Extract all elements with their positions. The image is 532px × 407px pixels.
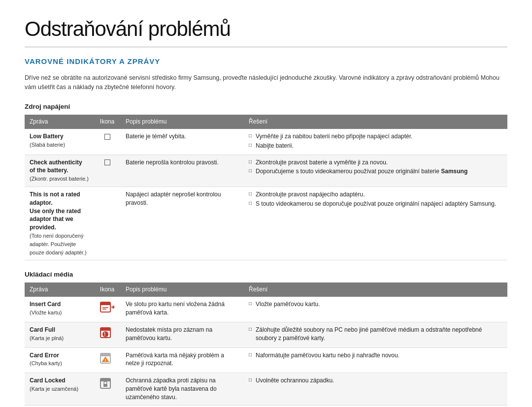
list-item: Naformátujte paměťovou kartu nebo ji nah… xyxy=(249,351,502,360)
table-row: Card Full (Karta je plná) ! Nedostatek m… xyxy=(25,322,507,347)
svg-rect-7 xyxy=(100,328,110,331)
section-title: VAROVNÉ INDIKÁTORY A ZPRÁVY xyxy=(25,56,507,66)
table-row: Check authenticity of the battery. (Zkon… xyxy=(25,155,507,187)
ikona-cell xyxy=(94,155,121,187)
ikona-cell xyxy=(94,129,121,155)
card-full-icon: ! xyxy=(100,326,115,344)
reseni-cell: Zkontrolujte pravost baterie a vyměňte j… xyxy=(244,155,507,187)
power-header-reseni: Řešení xyxy=(244,115,507,129)
storage-header-popis: Popis problému xyxy=(121,282,244,297)
svg-rect-16 xyxy=(103,384,107,387)
zprava-sub: (Karta je plná) xyxy=(30,335,64,341)
popis-cell: Ve slotu pro kartu není vložena žádná pa… xyxy=(121,297,244,322)
storage-header-zprava: Zpráva xyxy=(25,282,94,297)
popis-cell: Baterie neprošla kontrolou pravosti. xyxy=(121,155,244,187)
zprava-main: Low Battery xyxy=(30,133,64,140)
storage-table: Zpráva Ikona Popis problému Řešení Inser… xyxy=(25,282,507,406)
zprava-sub: (Chyba karty) xyxy=(30,360,62,366)
svg-marker-3 xyxy=(113,305,115,309)
popis-cell: Nedostatek místa pro záznam na paměťovou… xyxy=(121,322,244,347)
table-row: Low Battery (Slabá baterie) Baterie je t… xyxy=(25,129,507,155)
svg-text:!: ! xyxy=(104,332,105,337)
ikona-cell: ! xyxy=(94,347,121,373)
zprava-cell: This is not a rated adaptor.Use only the… xyxy=(25,187,94,260)
title-divider xyxy=(25,47,507,47)
ikona-cell xyxy=(94,297,121,322)
zprava-cell: Insert Card (Vložte kartu) xyxy=(25,297,94,322)
zprava-cell: Card Error (Chyba karty) xyxy=(25,347,94,373)
power-header-zprava: Zpráva xyxy=(25,115,94,129)
reseni-cell: Naformátujte paměťovou kartu nebo ji nah… xyxy=(244,347,507,373)
zprava-main: Card Locked xyxy=(30,377,66,384)
zprava-main: This is not a rated adaptor.Use only the… xyxy=(30,191,81,231)
list-item: Vložte paměťovou kartu. xyxy=(249,300,502,309)
zprava-cell: Card Full (Karta je plná) xyxy=(25,322,94,347)
list-item: Nabijte baterii. xyxy=(249,142,502,150)
svg-rect-15 xyxy=(100,378,110,381)
ikona-cell: ! xyxy=(94,322,121,347)
list-item: Zkontrolujte pravost baterie a vyměňte j… xyxy=(249,158,502,167)
list-item: Doporučujeme s touto videokamerou použív… xyxy=(249,167,502,176)
zprava-sub: (Slabá baterie) xyxy=(30,142,65,148)
zprava-main: Card Full xyxy=(30,326,55,333)
list-item: Zkontrolujte pravost napájecího adaptéru… xyxy=(249,190,502,199)
reseni-cell: Vyměňte ji za nabitou baterii nebo připo… xyxy=(244,129,507,155)
list-item: Zálohujte důležité soubory na PC nebo ji… xyxy=(249,326,502,343)
card-error-icon: ! xyxy=(100,351,115,370)
zprava-cell: Check authenticity of the battery. (Zkon… xyxy=(25,155,94,187)
insert-card-icon xyxy=(100,300,115,318)
power-header-ikona: Ikona xyxy=(94,115,121,129)
power-section-title: Zdroj napájení xyxy=(25,102,507,112)
reseni-cell: Zálohujte důležité soubory na PC nebo ji… xyxy=(244,322,507,347)
reseni-cell: Uvolněte ochrannou západku. xyxy=(244,373,507,405)
zprava-main: Insert Card xyxy=(30,301,61,308)
storage-header-reseni: Řešení xyxy=(244,282,507,297)
list-item: Vyměňte ji za nabitou baterii nebo připo… xyxy=(249,132,502,141)
ikona-cell xyxy=(94,187,121,260)
table-row: Insert Card (Vložte kartu) Ve slotu pro … xyxy=(25,297,507,322)
page-title: Odstraňování problémů xyxy=(25,15,507,44)
ikona-cell xyxy=(94,373,121,405)
intro-text: Dříve než se obrátíte na autorizované se… xyxy=(25,73,507,92)
storage-header-ikona: Ikona xyxy=(94,282,121,297)
authenticity-icon xyxy=(104,159,110,165)
popis-cell: Ochranná západka proti zápisu na paměťov… xyxy=(121,373,244,405)
table-row: Card Locked (Karta je uzamčená) Ochranná… xyxy=(25,373,507,405)
zprava-cell: Card Locked (Karta je uzamčená) xyxy=(25,373,94,405)
list-item: Uvolněte ochrannou západku. xyxy=(249,376,502,385)
popis-cell: Paměťová karta má nějaký problém a nelze… xyxy=(121,347,244,373)
zprava-sub: (Karta je uzamčená) xyxy=(30,386,78,392)
reseni-cell: Vložte paměťovou kartu. xyxy=(244,297,507,322)
zprava-sub: (Zkontr. pravost baterie.) xyxy=(30,176,89,182)
zprava-main: Check authenticity of the battery. xyxy=(30,159,82,174)
reseni-cell: Zkontrolujte pravost napájecího adaptéru… xyxy=(244,187,507,260)
svg-rect-1 xyxy=(100,302,110,305)
popis-cell: Napájecí adaptér neprošel kontrolou prav… xyxy=(121,187,244,260)
svg-text:!: ! xyxy=(104,358,106,363)
zprava-main: Card Error xyxy=(30,352,59,359)
table-row: Card Error (Chyba karty) ! Paměťová kart… xyxy=(25,347,507,373)
svg-rect-11 xyxy=(100,353,110,356)
table-row: This is not a rated adaptor.Use only the… xyxy=(25,187,507,260)
storage-section-title: Ukládací média xyxy=(25,270,507,280)
list-item: S touto videokamerou se doporučuje použí… xyxy=(249,200,502,208)
zprava-cell: Low Battery (Slabá baterie) xyxy=(25,129,94,155)
zprava-sub: (Vložte kartu) xyxy=(30,310,62,315)
power-table: Zpráva Ikona Popis problému Řešení Low B… xyxy=(25,115,507,260)
popis-cell: Baterie je téměř vybita. xyxy=(121,129,244,155)
power-header-popis: Popis problému xyxy=(121,115,244,129)
zprava-sub: (Toto není doporučený adaptér. Používejt… xyxy=(30,233,87,255)
battery-low-icon xyxy=(104,134,110,140)
card-locked-icon xyxy=(100,376,115,395)
